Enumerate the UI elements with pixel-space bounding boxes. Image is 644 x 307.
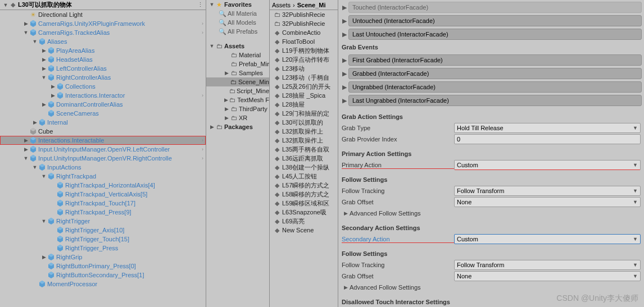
hierarchy-item[interactable]: ▼CameraRigs.TrackedAlias› [0, 28, 206, 37]
foldout-icon[interactable]: ▶ [49, 84, 56, 89]
foldout-icon[interactable]: ▶ [223, 97, 229, 103]
folder-item[interactable]: 🗀Material [206, 51, 269, 59]
scene-menu-icon[interactable]: ⋮ [197, 1, 203, 8]
event-foldout[interactable]: Untouched (InteractorFacade) [348, 15, 642, 26]
hierarchy-item[interactable]: RightTrigger_Press [0, 244, 206, 253]
hierarchy-item[interactable]: RightTrackpad_HorizontalAxis[4] [0, 181, 206, 190]
file-item[interactable]: ◆L28抽屉 _Spica [270, 91, 338, 100]
foldout-icon[interactable]: ▼ [2, 2, 9, 8]
foldout-icon[interactable]: ▶ [223, 70, 230, 76]
file-item[interactable]: ◆L36远距离抓取 [270, 154, 338, 163]
file-item[interactable]: ◆L45人工按钮 [270, 172, 338, 181]
foldout-icon[interactable]: ▼ [22, 155, 29, 161]
hierarchy-item[interactable]: RightTrackpad_Touch[17] [0, 199, 206, 208]
file-item[interactable]: ◆L58瞬移的方式之 [270, 190, 338, 199]
folder-item[interactable]: 🗀Script_Mine [206, 86, 269, 95]
secondary-action-dropdown[interactable]: Custom▼ [454, 234, 641, 244]
file-item[interactable]: ◆L63Snapzone吸 [270, 208, 338, 217]
file-item[interactable]: ◆CombineActio [270, 28, 338, 37]
file-item[interactable]: ◆L69高亮 [270, 217, 338, 226]
file-item[interactable]: ◆L20浮点动作转布 [270, 55, 338, 64]
foldout-icon[interactable]: ▶ [31, 120, 38, 125]
foldout-icon[interactable]: ▶ [22, 138, 29, 143]
file-item[interactable]: ◆L28抽屉 [270, 100, 338, 109]
foldout-icon[interactable]: ▶ [40, 66, 47, 71]
foldout-icon[interactable]: ▶ [341, 4, 348, 11]
hierarchy-item[interactable]: ▶CameraRigs.UnityXRPluginFramework› [0, 19, 206, 28]
file-item[interactable]: ◆L25及26们的开头 [270, 82, 338, 91]
hierarchy-item[interactable]: RightTrackpad_VerticalAxis[5] [0, 190, 206, 199]
hierarchy-item[interactable]: RightTrackpad_Press[9] [0, 208, 206, 217]
hierarchy-item[interactable]: ▶Input.UnityInputManager.OpenVR.LeftCont… [0, 145, 206, 154]
hierarchy-item[interactable]: Cube [0, 127, 206, 136]
hierarchy-item[interactable]: MomentProcessor [0, 279, 206, 288]
foldout-icon[interactable]: ▼ [31, 39, 38, 44]
folder-item[interactable]: ▶🗀TextMesh F [206, 95, 269, 104]
folder-item[interactable]: 🗀Prefab_Mir [206, 59, 269, 68]
primary-action-dropdown[interactable]: Custom▼ [454, 160, 641, 170]
file-item[interactable]: ◆L19手柄控制物体 [270, 46, 338, 55]
event-foldout[interactable]: Last Ungrabbed (InteractorFacade) [348, 95, 642, 106]
hierarchy-item[interactable]: SceneCameras [0, 109, 206, 118]
foldout-icon[interactable]: ▼ [40, 75, 47, 80]
file-item[interactable]: ◆L23移动（手柄自 [270, 73, 338, 82]
foldout-icon[interactable]: ▶ [341, 70, 348, 77]
grab-provider-index-input[interactable]: 0 [454, 134, 641, 144]
foldout-icon[interactable]: ▼ [31, 164, 38, 170]
foldout-icon[interactable]: ▶ [22, 146, 29, 152]
event-foldout[interactable]: Last Untouched (InteractorFacade) [348, 29, 642, 40]
advanced-follow-2-label[interactable]: Advanced Follow Settings [350, 284, 462, 291]
foldout-icon[interactable]: ▶ [22, 21, 29, 26]
event-foldout[interactable]: Touched (InteractorFacade) [348, 2, 642, 13]
hierarchy-item[interactable]: ▼RightTrigger [0, 217, 206, 226]
hierarchy-item[interactable]: ▶Interactions.Interactable› [0, 136, 206, 145]
hierarchy-item[interactable]: ▶LeftControllerAlias [0, 64, 206, 73]
file-item[interactable]: 🗀32PublishRecie [270, 10, 338, 19]
hierarchy-item[interactable]: ▶Collections [0, 82, 206, 91]
foldout-icon[interactable]: ▶ [40, 57, 47, 62]
foldout-icon[interactable]: ▶ [342, 210, 350, 216]
advanced-follow-label[interactable]: Advanced Follow Settings [350, 210, 462, 217]
hierarchy-item[interactable]: RightTrigger_Touch[15] [0, 235, 206, 244]
hierarchy-item[interactable]: ▼InputActions [0, 163, 206, 172]
hierarchy-item[interactable]: ▼RightControllerAlias [0, 73, 206, 82]
file-item[interactable]: ◆L32抓取操作上 [270, 136, 338, 145]
folder-item[interactable]: ▶🗀XR [206, 113, 269, 122]
hierarchy-item[interactable]: ▶Interactions.Interactor› [0, 91, 206, 100]
file-item[interactable]: 🗀32PublishRecie [270, 19, 338, 28]
assets-header[interactable]: ▼ 🗀 Assets [206, 42, 269, 51]
event-foldout[interactable]: Ungrabbed (InteractorFacade) [348, 81, 642, 93]
packages-header[interactable]: ▶ 🗀 Packages [206, 122, 269, 131]
folder-item[interactable]: ▶🗀Samples [206, 68, 269, 77]
folder-item[interactable]: ▶🗀ThirdParty [206, 104, 269, 113]
event-foldout[interactable]: Grabbed (InteractorFacade) [348, 68, 642, 79]
file-item[interactable]: ◆L59瞬移区域和区 [270, 199, 338, 208]
foldout-icon[interactable]: ▼ [22, 30, 29, 35]
folder-item[interactable]: 🗀Scene_Min [206, 77, 269, 86]
hierarchy-item[interactable]: ▶HeadsetAlias [0, 55, 206, 64]
breadcrumb[interactable]: Assets› Scene_Mi [270, 0, 338, 10]
foldout-icon[interactable]: ▶ [223, 115, 230, 121]
hierarchy-item[interactable]: ▶Internal [0, 118, 206, 127]
follow-tracking-dropdown[interactable]: Follow Transform▼ [454, 186, 641, 196]
hierarchy-item[interactable]: RightTrigger_Axis[10] [0, 226, 206, 235]
event-foldout[interactable]: First Grabbed (InteractorFacade) [348, 54, 642, 66]
file-item[interactable]: ◆L32抓取操作上 [270, 127, 338, 136]
file-item[interactable]: ◆L23移动 [270, 64, 338, 73]
foldout-icon[interactable]: ▼ [40, 173, 47, 179]
foldout-icon[interactable]: ▶ [40, 102, 47, 107]
hierarchy-item[interactable]: ▼Input.UnityInputManager.OpenVR.RightCon… [0, 154, 206, 163]
hierarchy-item[interactable]: ☀Directional Light [0, 10, 206, 19]
foldout-icon[interactable]: ▼ [40, 218, 47, 224]
grab-offset-2-dropdown[interactable]: None▼ [454, 271, 641, 281]
grab-offset-dropdown[interactable]: None▼ [454, 197, 641, 207]
foldout-icon[interactable]: ▶ [223, 106, 230, 112]
foldout-icon[interactable]: ▶ [40, 254, 47, 260]
file-item[interactable]: ◆FloatToBool [270, 37, 338, 46]
favorite-item[interactable]: 🔍All Models [206, 18, 269, 27]
hierarchy-item[interactable]: ▶RightGrip [0, 253, 206, 262]
follow-tracking-2-dropdown[interactable]: Follow Transform▼ [454, 260, 641, 270]
foldout-icon[interactable]: ▶ [341, 57, 348, 64]
foldout-icon[interactable]: ▶ [342, 285, 350, 290]
file-item[interactable]: ◆L30可以抓取的 [270, 118, 338, 127]
